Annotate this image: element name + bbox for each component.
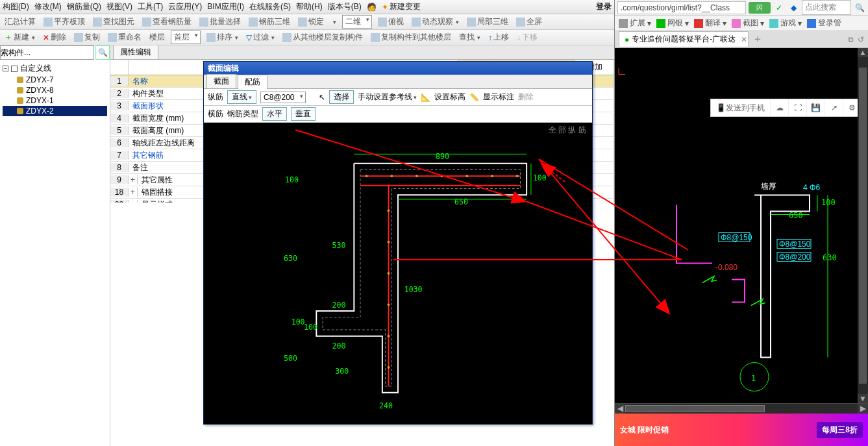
- set-elev-button[interactable]: 设置标高: [434, 92, 465, 103]
- component-sidebar: 索构件... 🔍 − 自定义线 ZDYX-7 ZDYX-8 ZDYX-1 ZDY…: [0, 45, 110, 446]
- show-dim-button[interactable]: 显示标注: [483, 92, 514, 103]
- save-icon[interactable]: 💾: [806, 99, 825, 116]
- svg-text:630: 630: [823, 253, 837, 262]
- ext-button[interactable]: 扩展▾: [619, 18, 651, 29]
- refresh-icon[interactable]: ✓: [773, 2, 785, 14]
- send-to-phone-button[interactable]: 📱 发送到手机: [711, 99, 770, 116]
- manual-ref-button[interactable]: 手动设置参考线: [358, 92, 417, 103]
- tab-rebar[interactable]: 配筋: [238, 75, 267, 89]
- collapse-icon[interactable]: −: [3, 66, 8, 71]
- vertical-scrollbar[interactable]: ▲▼: [858, 48, 868, 403]
- rename-icon: [108, 33, 117, 42]
- svg-text:100: 100: [285, 175, 299, 184]
- rename-button[interactable]: 重命名: [106, 31, 143, 43]
- node-icon: [17, 77, 23, 83]
- search-input[interactable]: 索构件...: [0, 45, 94, 60]
- move-down-button[interactable]: ↓下移: [515, 31, 539, 43]
- dyn-view-button[interactable]: 动态观察: [410, 16, 461, 28]
- tab-section[interactable]: 截面: [206, 74, 236, 88]
- sort-button[interactable]: 排序: [205, 31, 240, 43]
- search-field[interactable]: 点此搜索: [802, 0, 851, 15]
- up-icon: ↑: [488, 33, 492, 42]
- search-button[interactable]: 🔍: [95, 45, 110, 60]
- copy-from-button[interactable]: 从其他楼层复制构件: [280, 31, 365, 43]
- expand-icon[interactable]: +: [129, 200, 138, 203]
- tree-item-selected[interactable]: ZDYX-2: [3, 106, 107, 116]
- tree-item[interactable]: ZDYX-8: [3, 85, 107, 95]
- line-type-button[interactable]: 直线: [227, 90, 256, 104]
- fav-icon[interactable]: ◆: [787, 2, 799, 14]
- tab-list-icon[interactable]: ⧉: [848, 35, 854, 44]
- section-canvas[interactable]: 890 100 650 1030 530 630 500 200 200 300…: [204, 123, 592, 424]
- menu-item[interactable]: 修改(M): [34, 1, 62, 12]
- tab-property-edit[interactable]: 属性编辑: [113, 45, 158, 59]
- floor-select[interactable]: 首层: [171, 31, 201, 44]
- fullscreen-button[interactable]: 全屏: [514, 16, 544, 28]
- screenshot-button[interactable]: 截图▾: [732, 18, 764, 29]
- copy-to-button[interactable]: 复制构件到其他楼层: [369, 31, 453, 43]
- expand-icon[interactable]: ⛶: [788, 99, 806, 116]
- new-tab-button[interactable]: ＋: [752, 32, 763, 46]
- summary-calc-button[interactable]: 汇总计算: [3, 16, 38, 28]
- search-icon[interactable]: 🔍: [854, 2, 865, 14]
- menu-item[interactable]: 云应用(Y): [168, 1, 202, 12]
- speed-toggle[interactable]: 闪: [749, 2, 771, 14]
- svg-point-13: [388, 303, 390, 306]
- filter-button[interactable]: ▽过滤: [244, 31, 277, 43]
- local3d-button[interactable]: 局部三维: [465, 16, 510, 28]
- tree-item[interactable]: ZDYX-7: [3, 75, 107, 85]
- copy-button[interactable]: 复制: [72, 31, 102, 43]
- view2d-select[interactable]: 二维: [342, 15, 372, 29]
- more-dropdown[interactable]: [330, 18, 338, 26]
- elev-icon: 📐: [421, 93, 430, 102]
- select-button[interactable]: 选择: [329, 90, 354, 104]
- translate-button[interactable]: 翻译▾: [694, 18, 726, 29]
- move-up-button[interactable]: ↑上移: [486, 31, 511, 43]
- menu-item[interactable]: 钢筋量(Q): [67, 1, 101, 12]
- batch-select-button[interactable]: 批量选择: [197, 16, 243, 28]
- menu-item[interactable]: 帮助(H): [296, 1, 323, 12]
- menu-item[interactable]: 版本号(B): [328, 1, 362, 12]
- menu-item[interactable]: 工具(T): [138, 1, 163, 12]
- menu-item[interactable]: 构图(D): [3, 1, 29, 12]
- view-rebar-button[interactable]: 查看钢筋量: [140, 16, 193, 28]
- new-change-button[interactable]: ✦新建变更: [382, 1, 421, 12]
- restore-tab-icon[interactable]: ↺: [858, 35, 864, 44]
- menu-item[interactable]: 视图(V): [106, 1, 132, 12]
- lock-button[interactable]: 锁定: [296, 16, 326, 28]
- top-view-button[interactable]: 俯视: [376, 16, 406, 28]
- rebar-spec-select[interactable]: C8@200: [260, 92, 306, 103]
- url-field[interactable]: .com/question/giml/list?__Class: [617, 1, 746, 14]
- expand-icon[interactable]: +: [129, 188, 138, 197]
- games-button[interactable]: 游戏▾: [769, 18, 802, 29]
- level-top-button[interactable]: 平齐板顶: [42, 16, 87, 28]
- find-element-button[interactable]: 查找图元: [91, 16, 136, 28]
- share-icon[interactable]: ↗: [825, 99, 843, 116]
- cad-viewport[interactable]: 📱 发送到手机 ☁ ⛶ 💾 ↗ ⚙ 650 630 100 4 Φ6 Φ8@15…: [615, 48, 868, 446]
- vert-button[interactable]: 垂直: [291, 107, 316, 121]
- login-button[interactable]: 登录: [596, 1, 612, 12]
- expand-icon[interactable]: +: [129, 175, 138, 184]
- ad-banner[interactable]: 女城 限时促销 每周三8折: [615, 414, 868, 446]
- ad-text: 女城 限时促销: [620, 425, 669, 436]
- tree-root[interactable]: − 自定义线: [3, 62, 107, 75]
- horizontal-scrollbar[interactable]: ◀▶: [615, 403, 868, 414]
- horiz-button[interactable]: 水平: [262, 107, 287, 121]
- svg-text:650: 650: [789, 211, 803, 220]
- svg-text:100: 100: [533, 173, 547, 182]
- delete-button[interactable]: ✕删除: [41, 31, 68, 43]
- rebar3d-button[interactable]: 钢筋三维: [247, 16, 292, 28]
- menu-item[interactable]: 在线服务(S): [249, 1, 291, 12]
- node-icon: [17, 97, 23, 104]
- new-button[interactable]: ＋新建: [3, 31, 37, 43]
- menu-item[interactable]: BIM应用(I): [207, 1, 244, 12]
- find-button[interactable]: 查找: [457, 31, 482, 43]
- cloud-icon[interactable]: ☁: [770, 99, 788, 116]
- delete-button[interactable]: 删除: [518, 92, 534, 103]
- svg-point-9: [516, 175, 519, 177]
- login-mgr-button[interactable]: 登录管: [807, 18, 841, 29]
- bank-button[interactable]: 网银▾: [656, 18, 689, 29]
- tree-item[interactable]: ZDYX-1: [3, 95, 107, 106]
- close-tab-icon[interactable]: ✕: [741, 35, 747, 44]
- browser-tab[interactable]: ● 专业造价问题答疑平台-广联达 ✕: [619, 31, 749, 47]
